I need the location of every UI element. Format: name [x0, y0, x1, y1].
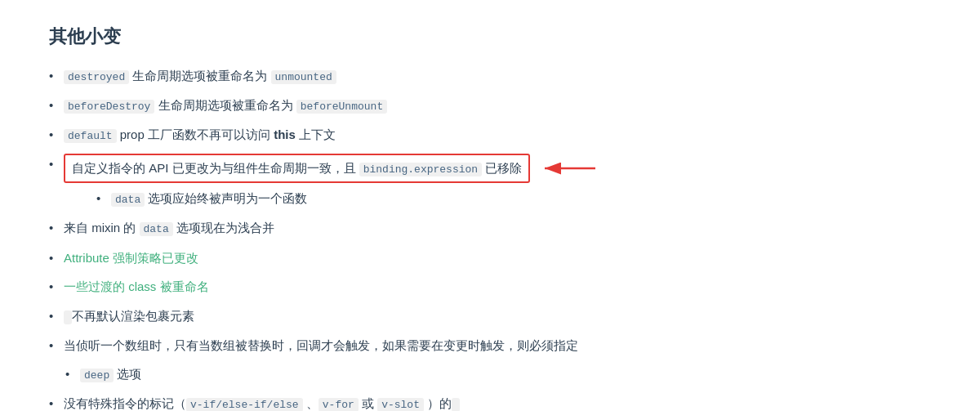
inline-text: 、 — [303, 396, 318, 410]
inline-text: 上下文 — [296, 127, 336, 141]
inline-text: 已移除 — [482, 161, 522, 175]
inline-code: beforeDestroy — [64, 100, 154, 114]
inline-text: 选项现在为浅合并 — [173, 221, 274, 235]
inline-code — [452, 398, 460, 411]
inline-text: 自定义指令的 API 已更改为与组件生命周期一致，且 — [72, 161, 359, 175]
inline-text: prop 工厂函数不再可以访问 — [117, 127, 274, 141]
inline-text: ）的 — [424, 396, 452, 410]
inline-code: data — [140, 222, 173, 236]
inline-code: unmounted — [271, 70, 336, 84]
inline-text: 选项 — [114, 367, 141, 381]
inline-code: beforeUnmount — [296, 100, 387, 114]
list-item: 当侦听一个数组时，只有当数组被替换时，回调才会触发，如果需要在变更时触发，则必须… — [49, 335, 931, 356]
sub-list-item: deep 选项 — [65, 364, 931, 385]
list-item: data 选项应始终被声明为一个函数 — [96, 188, 931, 209]
inline-code: deep — [80, 369, 114, 382]
changes-list: destroyed 生命周期选项被重命名为 unmountedbeforeDes… — [49, 65, 931, 411]
inline-code: v-slot — [377, 398, 424, 411]
list-item: 自定义指令的 API 已更改为与组件生命周期一致，且 binding.expre… — [49, 154, 931, 209]
inline-code: v-if/else-if/else — [186, 398, 303, 411]
inline-text: 当侦听一个数组时，只有当数组被替换时，回调才会触发，如果需要在变更时触发，则必须… — [64, 338, 578, 352]
list-item: 没有特殊指令的标记（v-if/else-if/else 、v-for 或 v-s… — [49, 393, 931, 411]
inline-text: 来自 mixin 的 — [64, 221, 140, 235]
highlighted-directive-item: 自定义指令的 API 已更改为与组件生命周期一致，且 binding.expre… — [64, 154, 530, 183]
inline-text: 没有特殊指令的标记（ — [64, 396, 186, 410]
list-item: beforeDestroy 生命周期选项被重命名为 beforeUnmount — [49, 95, 931, 116]
inline-code: binding.expression — [359, 163, 482, 176]
inline-text: Attribute 强制策略已更改 — [64, 251, 198, 265]
inline-text: 一些过渡的 class 被重命名 — [64, 279, 209, 293]
red-arrow-icon — [538, 156, 604, 181]
link-item[interactable]: 一些过渡的 class 被重命名 — [64, 279, 209, 293]
inline-text: 选项应始终被声明为一个函数 — [145, 191, 307, 205]
link-item[interactable]: Attribute 强制策略已更改 — [64, 251, 198, 265]
list-item: 来自 mixin 的 data 选项现在为浅合并 — [49, 217, 931, 239]
list-item: default prop 工厂函数不再可以访问 this 上下文 — [49, 124, 931, 145]
list-item: Attribute 强制策略已更改 — [49, 248, 931, 269]
inline-strong: this — [274, 127, 296, 141]
inline-code: v-for — [318, 398, 359, 411]
inline-code: destroyed — [64, 70, 129, 84]
inline-text: 生命周期选项被重命名为 — [154, 98, 296, 112]
inline-text: 生命周期选项被重命名为 — [129, 69, 270, 83]
list-item: 不再默认渲染包裹元素 — [49, 306, 931, 327]
section-heading: 其他小变 — [49, 25, 931, 49]
inline-text: 不再默认渲染包裹元素 — [72, 309, 194, 323]
inline-code — [64, 310, 72, 324]
list-item: destroyed 生命周期选项被重命名为 unmounted — [49, 65, 931, 87]
inline-code: default — [64, 129, 117, 143]
inline-text: 或 — [359, 396, 377, 410]
inline-code: data — [111, 193, 145, 207]
list-item: 一些过渡的 class 被重命名 — [49, 276, 931, 297]
